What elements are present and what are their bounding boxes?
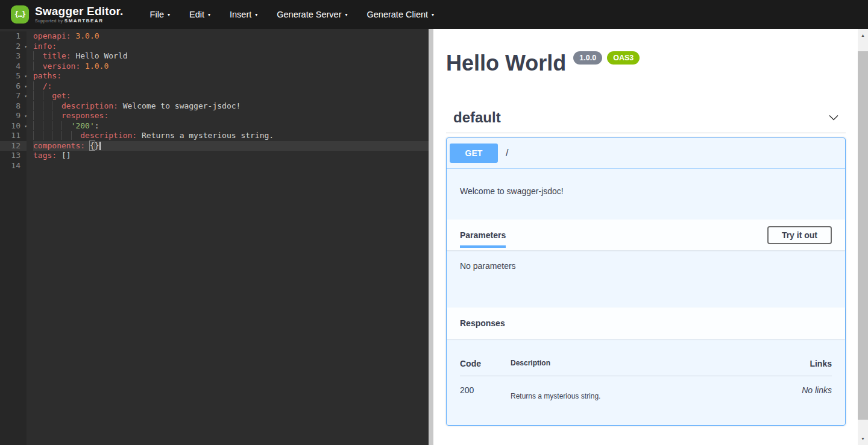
gutter-line-11[interactable]: 11 — [0, 131, 27, 141]
col-header-links: Links — [753, 359, 832, 368]
menu-label: Insert — [230, 10, 251, 19]
responses-table: Code Description Links 200Returns a myst… — [447, 339, 845, 425]
operation-path[interactable]: / — [506, 148, 508, 159]
tag-header[interactable]: default — [446, 109, 846, 133]
code-token: openapi: — [33, 31, 71, 40]
code-token: info: — [33, 42, 57, 51]
try-it-out-button[interactable]: Try it out — [767, 226, 832, 244]
menu-generate-server[interactable]: Generate Server▾ — [267, 5, 357, 24]
code-line-5: paths: — [33, 71, 429, 81]
swagger-logo-icon: {…} — [11, 5, 29, 24]
caret-down-icon: ▾ — [255, 12, 257, 17]
code-editor[interactable]: 12▾345▾6▾7▾89▾10▾11121314 openapi: 3.0.0… — [0, 29, 429, 445]
code-line-12: components: {} — [33, 141, 429, 151]
gutter-line-12[interactable]: 12 — [0, 141, 27, 151]
caret-down-icon: ▾ — [345, 12, 347, 17]
code-line-10: '200': — [33, 121, 429, 131]
menu-label: Generate Server — [277, 10, 341, 19]
tab-parameters[interactable]: Parameters — [460, 230, 506, 240]
tag-name: default — [453, 109, 501, 126]
code-token: tags: — [33, 151, 57, 160]
code-token: description: — [61, 101, 118, 110]
code-token — [33, 62, 43, 71]
code-token — [80, 62, 85, 71]
menu-insert[interactable]: Insert▾ — [220, 5, 267, 24]
operation-description: Welcome to swagger-jsdoc! — [447, 169, 845, 219]
scroll-up-icon[interactable]: ▲ — [858, 30, 868, 40]
fold-arrow-icon[interactable]: ▾ — [24, 72, 27, 82]
menu-edit[interactable]: Edit▾ — [180, 5, 220, 24]
code-token: title: — [43, 51, 71, 60]
code-token: version: — [43, 62, 81, 71]
method-get-button[interactable]: GET — [450, 144, 498, 163]
code-token — [33, 121, 71, 130]
menu-label: Edit — [189, 10, 204, 19]
menu-label: File — [150, 10, 164, 19]
fold-arrow-icon[interactable]: ▾ — [24, 122, 27, 132]
code-token — [33, 111, 61, 120]
code-token: Welcome to swagger-jsdoc! — [118, 101, 241, 110]
code-token: 1.0.0 — [85, 62, 108, 71]
scrollbar-thumb[interactable] — [858, 51, 868, 420]
operation-summary[interactable]: GET / — [447, 138, 845, 169]
menu-file[interactable]: File▾ — [140, 5, 180, 24]
caret-down-icon: ▾ — [168, 12, 170, 17]
gutter-line-10[interactable]: 10▾ — [0, 121, 27, 131]
code-token: description: — [80, 131, 137, 140]
code-line-13: tags: [] — [33, 151, 429, 161]
gutter-line-6[interactable]: 6▾ — [0, 81, 27, 92]
caret-down-icon: ▾ — [208, 12, 210, 17]
code-line-14 — [33, 161, 429, 171]
code-token: /: — [43, 81, 52, 90]
code-token: [] — [57, 151, 71, 160]
code-token: responses: — [61, 111, 108, 120]
app-logo[interactable]: {…} Swagger Editor. Supported by SMARTBE… — [11, 5, 124, 24]
gutter-line-2[interactable]: 2▾ — [0, 42, 27, 52]
gutter-line-3[interactable]: 3 — [0, 51, 27, 62]
smartbear-label: SMARTBEAR — [64, 18, 104, 24]
text-cursor — [99, 142, 101, 150]
gutter-line-1[interactable]: 1 — [0, 31, 27, 42]
code-token: get: — [52, 91, 71, 100]
menu-bar: File▾Edit▾Insert▾Generate Server▾Generat… — [140, 5, 444, 24]
code-line-3: title: Hello World — [33, 51, 429, 62]
code-line-8: description: Welcome to swagger-jsdoc! — [33, 101, 429, 112]
responses-header: Responses — [447, 308, 845, 339]
scroll-down-icon[interactable]: ▼ — [858, 434, 868, 444]
brand-text: Swagger Editor. Supported by SMARTBEAR — [35, 5, 124, 24]
menu-generate-client[interactable]: Generate Client▾ — [357, 5, 444, 24]
tag-section-default: default GET / Welcome to swagger-jsdoc! … — [446, 109, 846, 426]
fold-arrow-icon[interactable]: ▾ — [24, 92, 27, 102]
gutter-line-9[interactable]: 9▾ — [0, 111, 27, 121]
code-line-1: openapi: 3.0.0 — [33, 31, 429, 42]
supported-by-label: Supported by — [35, 19, 63, 23]
col-header-code: Code — [460, 359, 511, 368]
fold-arrow-icon[interactable]: ▾ — [24, 42, 27, 52]
code-line-7: get: — [33, 91, 429, 101]
oas3-badge: OAS3 — [607, 51, 640, 65]
code-line-6: /: — [33, 81, 429, 92]
page-scrollbar[interactable]: ▲ ▼ — [858, 29, 868, 445]
parameters-header: Parameters Try it out — [447, 219, 845, 250]
editor-scrollbar[interactable] — [429, 29, 433, 445]
gutter-line-7[interactable]: 7▾ — [0, 91, 27, 101]
code-token: Hello World — [71, 51, 128, 60]
code-token: } — [95, 141, 99, 150]
code-token — [33, 81, 43, 90]
chevron-down-icon[interactable] — [828, 112, 840, 124]
code-token: : — [95, 121, 99, 130]
topbar: {…} Swagger Editor. Supported by SMARTBE… — [0, 0, 868, 29]
gutter-line-8[interactable]: 8 — [0, 101, 27, 112]
code-token: 3.0.0 — [75, 31, 99, 40]
main-split: 12▾345▾6▾7▾89▾10▾11121314 openapi: 3.0.0… — [0, 29, 868, 445]
fold-arrow-icon[interactable]: ▾ — [24, 112, 27, 122]
fold-arrow-icon[interactable]: ▾ — [24, 82, 27, 92]
editor-code-area: openapi: 3.0.0info: title: Hello World v… — [27, 31, 429, 445]
gutter-line-14[interactable]: 14 — [0, 161, 27, 171]
gutter-line-5[interactable]: 5▾ — [0, 71, 27, 81]
gutter-line-13[interactable]: 13 — [0, 151, 27, 161]
gutter-line-4[interactable]: 4 — [0, 62, 27, 72]
editor-gutter: 12▾345▾6▾7▾89▾10▾11121314 — [0, 31, 27, 445]
code-line-11: description: Returns a mysterious string… — [33, 131, 429, 141]
response-code: 200 — [460, 385, 511, 400]
